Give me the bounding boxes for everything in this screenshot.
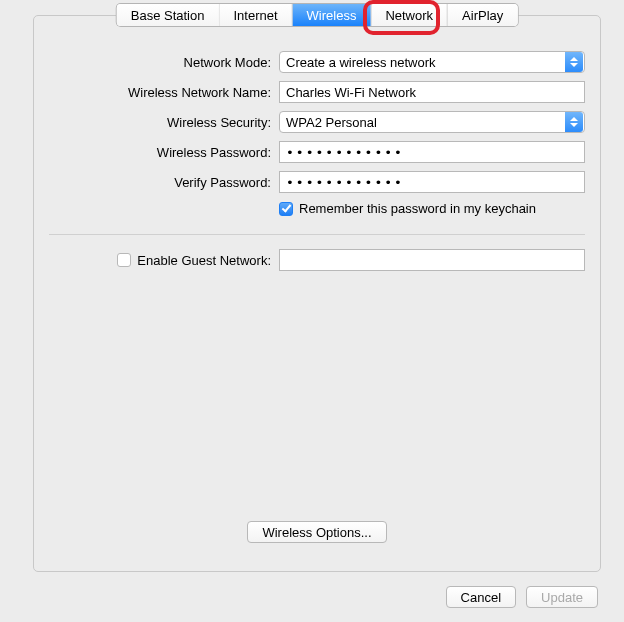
label-verify-password: Verify Password: — [49, 175, 279, 190]
cancel-button[interactable]: Cancel — [446, 586, 516, 608]
label-network-mode: Network Mode: — [49, 55, 279, 70]
tab-airplay[interactable]: AirPlay — [448, 4, 517, 26]
select-wireless-security[interactable]: WPA2 Personal — [279, 111, 585, 133]
input-verify-password[interactable] — [279, 171, 585, 193]
checkbox-remember-keychain[interactable] — [279, 202, 293, 216]
checkbox-enable-guest-network[interactable] — [117, 253, 131, 267]
input-guest-network-name[interactable] — [279, 249, 585, 271]
wireless-options-button[interactable]: Wireless Options... — [247, 521, 386, 543]
airport-utility-wireless-pane: Base Station Internet Wireless Network A… — [0, 0, 624, 622]
select-wireless-security-value: WPA2 Personal — [286, 115, 377, 130]
tab-wireless[interactable]: Wireless — [293, 4, 372, 26]
updown-icon — [565, 112, 583, 132]
input-wireless-password[interactable] — [279, 141, 585, 163]
tab-base-station[interactable]: Base Station — [117, 4, 220, 26]
tab-network[interactable]: Network — [371, 4, 448, 26]
label-wireless-password: Wireless Password: — [49, 145, 279, 160]
label-enable-guest-network: Enable Guest Network: — [137, 253, 271, 268]
update-button[interactable]: Update — [526, 586, 598, 608]
input-wireless-network-name[interactable] — [279, 81, 585, 103]
select-network-mode[interactable]: Create a wireless network — [279, 51, 585, 73]
footer-buttons: Cancel Update — [446, 586, 598, 608]
separator — [49, 234, 585, 235]
label-remember-keychain: Remember this password in my keychain — [299, 201, 536, 216]
label-wireless-security: Wireless Security: — [49, 115, 279, 130]
label-wireless-network-name: Wireless Network Name: — [49, 85, 279, 100]
wireless-form: Network Mode: Create a wireless network … — [49, 51, 585, 279]
tab-internet[interactable]: Internet — [219, 4, 292, 26]
tab-bar: Base Station Internet Wireless Network A… — [117, 4, 518, 26]
settings-panel: Base Station Internet Wireless Network A… — [33, 15, 601, 572]
select-network-mode-value: Create a wireless network — [286, 55, 436, 70]
updown-icon — [565, 52, 583, 72]
